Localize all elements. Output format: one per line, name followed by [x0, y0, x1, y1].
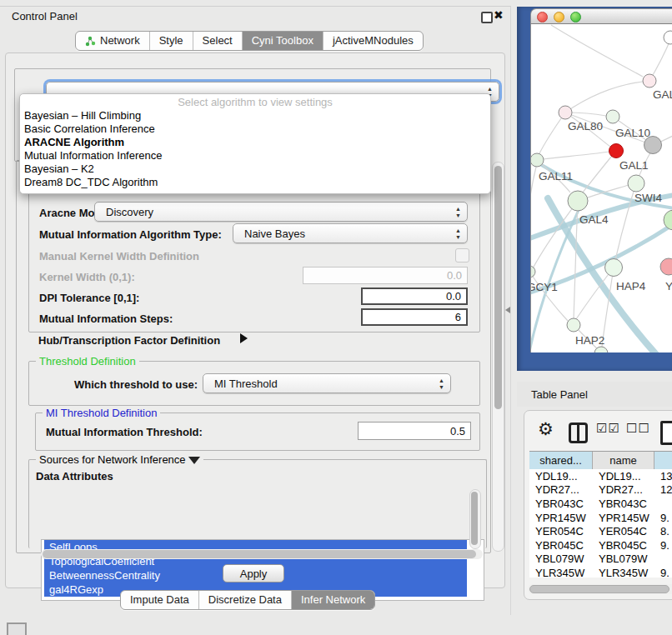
zoom-window-icon[interactable]	[570, 12, 581, 22]
gear-icon[interactable]: ⚙	[538, 419, 554, 439]
table-row[interactable]: YBR045CYBR045C9.	[529, 538, 672, 552]
expander-expanded-icon[interactable]	[188, 457, 200, 464]
hub-expander-label[interactable]: Hub/Transcription Factor Definition	[38, 334, 220, 347]
table-cell: YDL19...	[529, 470, 593, 482]
top-tab-bar: NetworkStyleSelectCyni ToolboxjActiveMNo…	[75, 31, 424, 51]
table-cell: YER054C	[593, 525, 654, 538]
minimize-window-icon[interactable]	[554, 12, 564, 22]
table-cell: YDL19...	[593, 470, 654, 482]
column-header[interactable]	[654, 452, 672, 469]
export-table-icon[interactable]	[660, 421, 672, 445]
dpi-tolerance-field[interactable]: 0.0	[361, 288, 468, 305]
network-node-hap4[interactable]	[605, 259, 623, 277]
attributes-hscrollbar[interactable]	[41, 549, 483, 559]
network-edge[interactable]	[543, 151, 616, 159]
tab-infer-network[interactable]: Infer Network	[292, 591, 374, 609]
algorithm-option[interactable]: Bayesian – K2	[20, 162, 490, 176]
deselect-all-checks-icon[interactable]: ☐☐	[626, 421, 650, 436]
network-node-label: GAL1	[619, 159, 649, 172]
network-node[interactable]	[664, 210, 672, 230]
network-node-gcy1[interactable]	[531, 266, 535, 278]
kernel-width-field[interactable]: 0.0	[303, 267, 468, 284]
tab-jactivemnodules[interactable]: jActiveMNodules	[323, 32, 423, 50]
table-row[interactable]: YDR27...YDR27...12	[529, 483, 672, 498]
mi-type-value: Naive Bayes	[244, 228, 305, 240]
dock-panel-icon[interactable]	[7, 622, 27, 635]
algorithm-option[interactable]: Basic Correlation Inference	[20, 122, 490, 136]
close-window-icon[interactable]	[537, 12, 548, 22]
network-node-swi4[interactable]	[628, 175, 644, 192]
network-edge[interactable]	[539, 112, 565, 155]
table-cell: YBR045C	[529, 539, 593, 552]
control-panel-titlebar: Control Panel ✖	[0, 7, 510, 27]
algorithm-option[interactable]: Dream8 DC_TDC Algorithm	[20, 176, 490, 189]
apply-button[interactable]: Apply	[223, 564, 284, 582]
table-row[interactable]: YDL19...YDL19...13	[529, 469, 672, 483]
table-cell: 9.	[654, 512, 672, 524]
tab-cyni-toolbox[interactable]: Cyni Toolbox	[243, 32, 323, 50]
manual-kernel-checkbox[interactable]	[455, 248, 469, 262]
network-node-hap2[interactable]	[567, 318, 580, 332]
table-cell: YLR345W	[529, 567, 593, 578]
network-node-y[interactable]	[660, 258, 672, 275]
network-window-titlebar[interactable]	[530, 8, 672, 24]
table-body[interactable]: YDL19...YDL19...13YDR27...YDR27...12YBR0…	[529, 469, 672, 578]
network-view-canvas[interactable]: GALGAL80GAL10GAL1GAL11SWI4GAL4GCY1HAP4YH…	[530, 24, 672, 352]
table-panel-header: Table Panel	[517, 382, 672, 407]
settings-vscrollbar[interactable]	[492, 162, 504, 552]
columns-icon[interactable]	[569, 422, 588, 443]
table-row[interactable]: YLR345WYLR345W9.	[529, 566, 672, 578]
tab-discretize-data[interactable]: Discretize Data	[199, 591, 292, 609]
algorithm-option[interactable]: Mutual Information Inference	[20, 149, 490, 162]
network-node-gal80[interactable]	[559, 106, 572, 119]
sources-title: Sources for Network Inference	[36, 453, 203, 466]
close-panel-icon[interactable]: ✖	[494, 8, 504, 22]
tab-style[interactable]: Style	[150, 32, 193, 50]
table-cell: YER054C	[529, 525, 593, 538]
network-edge[interactable]	[582, 151, 616, 193]
network-node-label: GAL80	[568, 120, 603, 132]
expander-collapsed-icon[interactable]	[240, 333, 248, 343]
network-edge[interactable]	[531, 163, 537, 267]
table-row[interactable]: YER054CYER054C8.	[529, 524, 672, 538]
tab-network[interactable]: Network	[76, 32, 150, 50]
cyni-algorithm-settings-group: Cyni Algorithm Settings Algorithm Defini…	[16, 160, 491, 553]
network-edge[interactable]	[565, 81, 649, 112]
column-header[interactable]: shared...	[529, 452, 593, 469]
float-panel-icon[interactable]	[481, 12, 493, 23]
mi-type-combo[interactable]: Naive Bayes ▲▼	[233, 223, 468, 243]
table-cell: YPR145W	[593, 512, 654, 524]
attributes-vscrollbar[interactable]	[469, 489, 481, 549]
table-row[interactable]: YBL079WYBL079W	[529, 552, 672, 567]
network-node-gal10[interactable]	[606, 110, 619, 123]
aracne-mode-combo[interactable]: Discovery ▲▼	[94, 202, 468, 222]
mi-threshold-field[interactable]: 0.5	[358, 422, 471, 440]
table-cell: YDR27...	[593, 483, 654, 496]
tab-impute-data[interactable]: Impute Data	[121, 591, 199, 609]
aracne-mode-value: Discovery	[106, 206, 153, 218]
table-cell: 8.	[654, 525, 672, 538]
splitter-collapse-icon[interactable]	[505, 307, 510, 313]
table-cell: 13	[654, 470, 672, 482]
algorithm-option[interactable]: ARACNE Algorithm	[20, 136, 490, 149]
mi-steps-label: Mutual Information Steps:	[39, 312, 173, 325]
mi-steps-field[interactable]: 6	[361, 308, 468, 326]
tab-select[interactable]: Select	[193, 32, 243, 50]
network-node-gal1[interactable]	[609, 144, 624, 158]
table-row[interactable]: YBR043CYBR043C	[529, 497, 672, 511]
table-hscrollbar[interactable]	[528, 584, 672, 594]
table-row[interactable]: YPR145WYPR145W9.	[529, 511, 672, 525]
network-edge[interactable]	[551, 25, 643, 77]
table-panel: ⚙ ☑☑ ☐☐ shared...name YDL19...YDL19...13…	[524, 410, 672, 600]
algorithm-option[interactable]: Bayesian – Hill Climbing	[20, 109, 490, 122]
network-node[interactable]	[664, 31, 672, 44]
mi-threshold-value: 0.5	[450, 425, 465, 438]
network-node-gal[interactable]	[643, 74, 656, 88]
threshold-definition-title: Threshold Definition	[36, 355, 139, 368]
table-cell: YBR043C	[593, 498, 654, 510]
network-node-gal4[interactable]	[568, 191, 588, 211]
column-header[interactable]: name	[593, 452, 654, 469]
select-all-checks-icon[interactable]: ☑☑	[596, 421, 620, 436]
network-node-gal11[interactable]	[531, 153, 544, 167]
which-threshold-combo[interactable]: MI Threshold ▲▼	[203, 373, 451, 393]
